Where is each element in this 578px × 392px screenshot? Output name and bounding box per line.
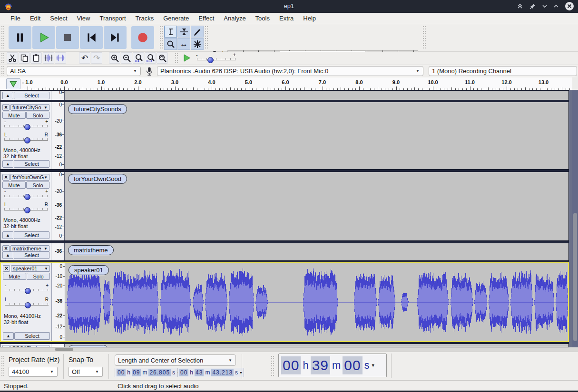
menu-extra[interactable]: Extra	[274, 13, 298, 23]
zoom-tool-button[interactable]	[164, 38, 177, 50]
play-speed-knob[interactable]	[207, 57, 214, 63]
zoom-in-button[interactable]	[109, 52, 120, 64]
close-track-button[interactable]: ×	[2, 245, 10, 252]
device-toolbar-grip[interactable]	[1, 66, 4, 76]
tools-toolbar-grip[interactable]	[160, 26, 163, 49]
play-at-speed-button[interactable]	[181, 53, 192, 63]
copy-button[interactable]	[19, 52, 30, 64]
menu-effect[interactable]: Effect	[194, 13, 219, 23]
clip-title-pill[interactable]: speaker01	[69, 265, 109, 275]
close-track-button[interactable]: ×	[3, 265, 10, 272]
seconds-value[interactable]: 43.213	[211, 369, 234, 376]
gain-slider[interactable]: - +	[5, 284, 49, 295]
solo-button[interactable]: Solo	[27, 273, 50, 280]
close-track-button[interactable]: ×	[2, 104, 10, 111]
seconds-value[interactable]: 26.805	[148, 369, 171, 376]
menu-transport[interactable]: Transport	[95, 13, 130, 23]
multi-tool-button[interactable]	[191, 38, 204, 50]
close-track-button[interactable]: ×	[2, 174, 10, 181]
mute-button[interactable]: Mute	[2, 182, 26, 189]
skip-to-end-button[interactable]	[104, 26, 127, 49]
selection-mode-select[interactable]: Length and Center of Selection ▼	[115, 354, 236, 366]
timeline-ruler[interactable]: - 1.00.01.02.03.04.05.06.07.08.09.010.01…	[0, 77, 572, 90]
horizontal-scrollbar[interactable]	[0, 347, 578, 352]
mixer-toolbar-grip[interactable]	[423, 26, 426, 49]
selection-start-field[interactable]: 00h 09m 26.805s ▼	[115, 368, 181, 377]
snap-to-select[interactable]: Off ▼	[69, 367, 103, 377]
envelope-tool-button[interactable]	[177, 26, 190, 38]
menu-select[interactable]: Select	[45, 13, 72, 23]
pan-knob[interactable]	[24, 137, 30, 143]
vertical-ruler[interactable]: 0-10-20-36-22-120	[52, 263, 65, 341]
pause-button[interactable]	[9, 26, 31, 49]
gain-slider[interactable]: - +	[4, 190, 48, 201]
select-track-button[interactable]: Select	[14, 92, 49, 99]
clip-title-pill[interactable]: futureCitySounds	[68, 104, 127, 114]
audio-position-display[interactable]: 00h 39m 00s ▼	[278, 354, 387, 377]
vertical-scrollbar[interactable]	[572, 90, 578, 347]
collapse-track-button[interactable]: ▲	[3, 332, 14, 340]
select-track-button[interactable]: Select	[14, 231, 49, 239]
select-track-button[interactable]: Select	[14, 251, 49, 259]
record-button[interactable]	[131, 26, 154, 49]
play-button[interactable]	[32, 26, 55, 49]
play-at-speed-grip[interactable]	[175, 53, 178, 63]
collapse-track-button[interactable]: ▲	[2, 231, 13, 239]
mute-button[interactable]: Mute	[3, 273, 26, 280]
chevron-down-icon[interactable]: ▼	[239, 371, 243, 374]
zoom-out-button[interactable]	[121, 52, 132, 64]
track-content[interactable]: matrixtheme	[65, 243, 568, 260]
gain-knob[interactable]	[25, 288, 31, 294]
time-toolbar-grip[interactable]	[271, 356, 274, 377]
minutes-value[interactable]: 39	[311, 356, 330, 374]
meter-toolbar-grip[interactable]	[205, 26, 208, 49]
transport-toolbar-grip[interactable]	[1, 26, 4, 49]
track-name-menu[interactable]: speaker01 ▼	[11, 265, 50, 272]
menu-edit[interactable]: Edit	[25, 13, 45, 23]
horizontal-scrollbar-thumb[interactable]	[55, 348, 73, 351]
track-content[interactable]: forYourOwnGood	[65, 172, 568, 240]
minimize-window-icon[interactable]	[540, 1, 549, 11]
collapse-track-button[interactable]: ▲	[2, 92, 13, 99]
minutes-value[interactable]: 09	[132, 369, 141, 376]
fit-selection-button[interactable]	[133, 52, 144, 64]
select-track-button[interactable]: Select	[14, 160, 49, 168]
vertical-ruler[interactable]	[51, 344, 65, 347]
track-content[interactable]: futureCitySounds	[65, 102, 568, 169]
collapse-track-button[interactable]: ▲	[2, 251, 13, 259]
vertical-scrollbar-thumb[interactable]	[573, 213, 577, 341]
redo-button[interactable]: ↷	[91, 52, 102, 64]
solo-button[interactable]: Solo	[26, 112, 49, 119]
track-content[interactable]	[65, 91, 568, 100]
selection-tool-button[interactable]	[164, 26, 177, 38]
skip-to-start-button[interactable]	[80, 26, 103, 49]
undo-button[interactable]: ↶	[79, 52, 90, 64]
edit-toolbar-grip[interactable]	[1, 53, 4, 63]
maximize-window-icon[interactable]	[551, 1, 561, 11]
selection-toolbar-grip[interactable]	[1, 356, 4, 377]
trim-audio-button[interactable]	[43, 52, 54, 64]
vertical-ruler[interactable]: 0-20-36-22-120	[51, 172, 65, 240]
play-speed-slider[interactable]: - +	[196, 53, 237, 64]
clip-title-pill[interactable]: forYourOwnGood	[68, 174, 127, 184]
menu-help[interactable]: Help	[298, 13, 321, 23]
menu-view[interactable]: View	[72, 13, 95, 23]
track-name-menu[interactable]: futureCitySo ▼	[10, 104, 49, 111]
vertical-ruler[interactable]: 0	[51, 91, 65, 100]
close-window-icon[interactable]	[565, 1, 574, 11]
paste-button[interactable]	[30, 52, 42, 64]
pan-slider[interactable]: L R	[4, 203, 48, 214]
zoom-toggle-button[interactable]	[157, 52, 168, 64]
chevron-down-icon[interactable]: ▼	[371, 363, 375, 368]
project-rate-select[interactable]: 44100 ▼	[9, 367, 58, 377]
mute-button[interactable]: Mute	[2, 112, 26, 119]
audio-host-select[interactable]: ALSA ▼	[7, 66, 141, 76]
menu-analyze[interactable]: Analyze	[219, 13, 250, 23]
fit-project-button[interactable]	[145, 52, 156, 64]
hours-value[interactable]: 00	[281, 356, 301, 374]
track-name-menu[interactable]: forYourOwnG ▼	[10, 174, 49, 181]
vertical-ruler[interactable]: 0-20-36-22-120	[51, 102, 65, 169]
collapse-track-button[interactable]: ▲	[2, 160, 13, 168]
vertical-ruler[interactable]: -36	[51, 243, 65, 260]
clip-title-pill[interactable]: matrixtheme	[68, 245, 114, 255]
